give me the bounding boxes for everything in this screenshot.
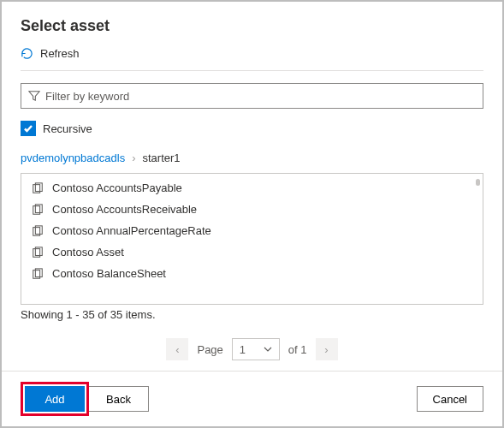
filter-field[interactable]: [21, 83, 483, 109]
refresh-icon: [21, 47, 33, 60]
list-item[interactable]: Contoso BalanceSheet: [21, 263, 483, 284]
asset-icon: [32, 204, 44, 216]
pager-prev-button[interactable]: ‹: [166, 338, 188, 360]
add-button[interactable]: Add: [25, 386, 85, 412]
refresh-button[interactable]: Refresh: [21, 47, 483, 71]
add-button-highlight: Add: [21, 382, 89, 416]
chevron-right-icon: ›: [132, 152, 135, 164]
back-button[interactable]: Back: [89, 386, 149, 412]
scrollbar-thumb[interactable]: [476, 179, 480, 186]
asset-name: Contoso AccountsReceivable: [52, 203, 197, 216]
recursive-label: Recursive: [43, 122, 92, 135]
pager-next-button[interactable]: ›: [316, 338, 338, 360]
asset-list: Contoso AccountsPayable Contoso Accounts…: [21, 173, 483, 305]
asset-icon: [32, 268, 44, 280]
pager-of-label: of 1: [288, 343, 307, 356]
asset-name: Contoso AccountsPayable: [52, 181, 182, 194]
asset-name: Contoso AnnualPercentageRate: [52, 224, 211, 237]
filter-input[interactable]: [45, 90, 476, 103]
asset-name: Contoso Asset: [52, 246, 124, 259]
breadcrumb: pvdemolynpbadcadls › starter1: [21, 152, 483, 164]
list-item[interactable]: Contoso Asset: [21, 241, 483, 263]
list-item[interactable]: Contoso AccountsReceivable: [21, 199, 483, 220]
filter-icon: [28, 90, 40, 102]
asset-icon: [32, 247, 44, 259]
cancel-button[interactable]: Cancel: [417, 386, 483, 412]
check-icon: [23, 123, 33, 134]
dialog-footer: Add Back Cancel: [2, 371, 502, 426]
refresh-label: Refresh: [40, 47, 80, 60]
recursive-checkbox[interactable]: [21, 121, 36, 136]
pager-page-label: Page: [197, 343, 222, 356]
pager-page-select[interactable]: 1: [232, 338, 280, 360]
list-item[interactable]: Contoso AnnualPercentageRate: [21, 220, 483, 241]
breadcrumb-root[interactable]: pvdemolynpbadcadls: [21, 152, 125, 164]
list-item[interactable]: Contoso AccountsPayable: [21, 177, 483, 199]
asset-name: Contoso BalanceSheet: [52, 267, 166, 280]
chevron-down-icon: [264, 345, 272, 354]
breadcrumb-current: starter1: [142, 152, 180, 164]
asset-icon: [32, 182, 44, 194]
asset-icon: [32, 225, 44, 237]
status-text: Showing 1 - 35 of 35 items.: [21, 308, 483, 321]
pager-current-page: 1: [240, 343, 246, 356]
pager: ‹ Page 1 of 1 ›: [21, 338, 483, 360]
dialog-title: Select asset: [21, 17, 483, 35]
